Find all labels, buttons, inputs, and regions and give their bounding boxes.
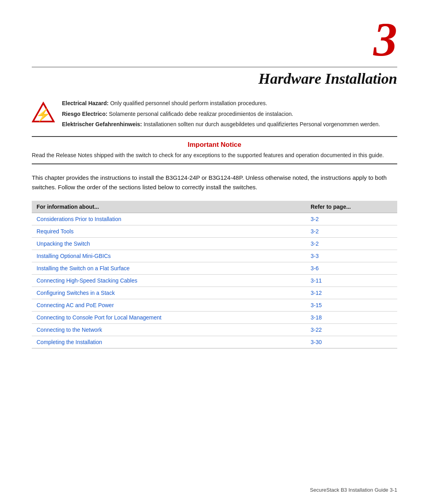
toc-table: For information about... Refer to page..… [32, 201, 397, 348]
toc-row: Connecting to the Network3-22 [32, 324, 397, 336]
toc-page: 3-2 [306, 225, 397, 238]
toc-topic[interactable]: Unpacking the Switch [32, 238, 306, 250]
warning-line-2: Riesgo Electrico: Solamente personal cal… [62, 110, 397, 119]
toc-page: 3-3 [306, 250, 397, 262]
toc-body: Considerations Prior to Installation3-2R… [32, 213, 397, 348]
warning-line-3: Elektrischer Gefahrenhinweis: Installati… [62, 120, 397, 129]
notice-box: Important Notice Read the Release Notes … [32, 136, 397, 164]
toc-row: Considerations Prior to Installation3-2 [32, 213, 397, 225]
toc-page: 3-18 [306, 312, 397, 324]
toc-row: Connecting High-Speed Stacking Cables3-1… [32, 275, 397, 287]
toc-row: Connecting to Console Port for Local Man… [32, 312, 397, 324]
warning-rest-3: Installationen sollten nur durch ausgebi… [143, 121, 380, 127]
toc-page: 3-15 [306, 299, 397, 312]
page: 3 Hardware Installation ⚡ Electrical Haz… [0, 0, 429, 504]
toc-row: Installing the Switch on a Flat Surface3… [32, 262, 397, 275]
chapter-title: Hardware Installation [32, 70, 397, 87]
notice-title: Important Notice [32, 141, 397, 149]
warning-box: ⚡ Electrical Hazard: Only qualified pers… [32, 99, 397, 129]
toc-topic[interactable]: Completing the Installation [32, 336, 306, 348]
toc-row: Configuring Switches in a Stack3-12 [32, 287, 397, 299]
toc-row: Installing Optional Mini-GBICs3-3 [32, 250, 397, 262]
warning-line-1: Electrical Hazard: Only qualified person… [62, 99, 397, 108]
toc-col1-header: For information about... [32, 201, 306, 213]
toc-row: Completing the Installation3-30 [32, 336, 397, 348]
electrical-hazard-icon: ⚡ [32, 101, 55, 124]
warning-label-1: Electrical Hazard: [62, 100, 109, 106]
warning-text: Electrical Hazard: Only qualified person… [62, 99, 397, 129]
toc-topic[interactable]: Installing Optional Mini-GBICs [32, 250, 306, 262]
toc-topic[interactable]: Connecting to the Network [32, 324, 306, 336]
warning-rest-1: Only qualified personnel should perform … [110, 100, 267, 106]
toc-topic[interactable]: Installing the Switch on a Flat Surface [32, 262, 306, 275]
toc-page: 3-22 [306, 324, 397, 336]
toc-topic[interactable]: Configuring Switches in a Stack [32, 287, 306, 299]
toc-header-row: For information about... Refer to page..… [32, 201, 397, 213]
toc-topic[interactable]: Connecting AC and PoE Power [32, 299, 306, 312]
toc-row: Unpacking the Switch3-2 [32, 238, 397, 250]
toc-row: Required Tools3-2 [32, 225, 397, 238]
toc-page: 3-6 [306, 262, 397, 275]
toc-topic[interactable]: Considerations Prior to Installation [32, 213, 306, 225]
svg-text:⚡: ⚡ [36, 108, 51, 122]
chapter-divider [32, 67, 397, 67]
toc-page: 3-12 [306, 287, 397, 299]
toc-row: Connecting AC and PoE Power3-15 [32, 299, 397, 312]
notice-body: Read the Release Notes shipped with the … [32, 151, 397, 160]
warning-label-2: Riesgo Electrico: [62, 111, 107, 117]
warning-label-3: Elektrischer Gefahrenhinweis: [62, 121, 142, 127]
toc-page: 3-2 [306, 238, 397, 250]
page-footer: SecureStack B3 Installation Guide 3-1 [310, 487, 397, 493]
intro-paragraph: This chapter provides the instructions t… [32, 173, 397, 192]
chapter-number: 3 [32, 0, 397, 63]
toc-col2-header: Refer to page... [306, 201, 397, 213]
toc-page: 3-11 [306, 275, 397, 287]
toc-page: 3-2 [306, 213, 397, 225]
warning-rest-2: Solamente personal calificado debe reali… [109, 111, 293, 117]
toc-topic[interactable]: Connecting High-Speed Stacking Cables [32, 275, 306, 287]
toc-page: 3-30 [306, 336, 397, 348]
toc-topic[interactable]: Required Tools [32, 225, 306, 238]
toc-topic[interactable]: Connecting to Console Port for Local Man… [32, 312, 306, 324]
